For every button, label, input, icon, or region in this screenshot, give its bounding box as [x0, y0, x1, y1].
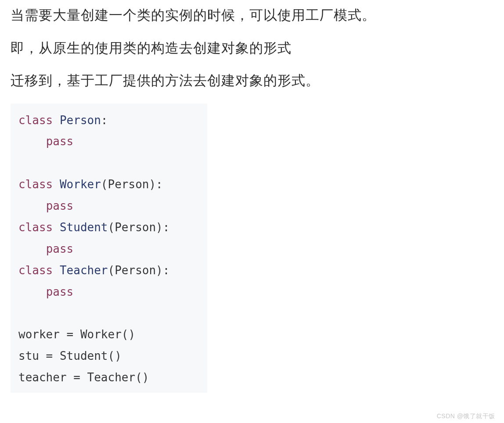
lparen: ( — [108, 349, 115, 362]
lparen: ( — [108, 221, 115, 234]
lparen: ( — [135, 371, 142, 384]
var-stu: stu — [18, 349, 39, 362]
watermark: CSDN @饿了就干饭 — [437, 412, 495, 420]
call-teacher: Teacher — [87, 371, 136, 384]
keyword-class: class — [18, 221, 53, 234]
lparen: ( — [122, 328, 129, 341]
class-person: Person — [60, 114, 101, 127]
var-teacher: teacher — [18, 371, 67, 384]
class-worker: Worker — [60, 178, 101, 191]
keyword-class: class — [18, 114, 53, 127]
call-worker: Worker — [80, 328, 122, 341]
base-person: Person — [108, 178, 149, 191]
paragraph-3: 迁移到，基于工厂提供的方法去创建对象的形式。 — [11, 71, 493, 91]
colon: : — [156, 178, 163, 191]
rparen: ) — [115, 349, 122, 362]
rparen: ) — [156, 264, 163, 277]
lparen: ( — [108, 264, 115, 277]
rparen: ) — [128, 328, 135, 341]
keyword-pass: pass — [46, 199, 74, 212]
colon: : — [163, 221, 170, 234]
eq: = — [39, 349, 60, 362]
class-student: Student — [60, 221, 108, 234]
indent — [18, 285, 46, 298]
rparen: ) — [142, 371, 149, 384]
base-person: Person — [115, 264, 156, 277]
class-teacher: Teacher — [60, 264, 108, 277]
keyword-class: class — [18, 178, 53, 191]
colon: : — [163, 264, 170, 277]
keyword-class: class — [18, 264, 53, 277]
eq: = — [60, 328, 80, 341]
base-person: Person — [115, 221, 156, 234]
rparen: ) — [156, 221, 163, 234]
indent — [18, 135, 46, 148]
lparen: ( — [101, 178, 108, 191]
var-worker: worker — [18, 328, 60, 341]
keyword-pass: pass — [46, 285, 74, 298]
call-student: Student — [60, 349, 108, 362]
paragraph-2: 即，从原生的使用类的构造去创建对象的形式 — [11, 38, 493, 59]
indent — [18, 242, 46, 255]
paragraph-1: 当需要大量创建一个类的实例的时候，可以使用工厂模式。 — [11, 5, 493, 26]
colon: : — [101, 114, 108, 127]
rparen: ) — [149, 178, 156, 191]
indent — [18, 199, 46, 212]
keyword-pass: pass — [46, 135, 74, 148]
keyword-pass: pass — [46, 242, 74, 255]
eq: = — [67, 371, 87, 384]
code-block: class Person: pass class Worker(Person):… — [11, 104, 207, 393]
